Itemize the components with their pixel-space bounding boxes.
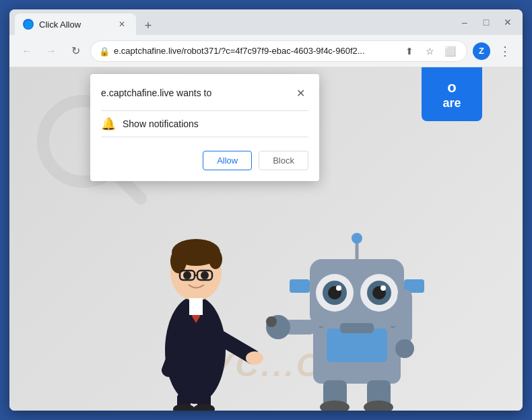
back-button[interactable]: ← <box>18 42 36 61</box>
address-action-icons: ⬆ ☆ ⬜ <box>401 42 459 60</box>
address-input-wrap[interactable]: 🔒 e.captchafine.live/robot371/?c=4f7c97f… <box>90 40 467 62</box>
permission-text: Show notifications <box>123 118 199 129</box>
maximize-button[interactable]: □ <box>477 13 496 32</box>
profile-button[interactable]: Z <box>473 42 490 60</box>
browser-menu-button[interactable]: ⋮ <box>496 42 514 61</box>
popup-close-button[interactable]: ✕ <box>292 85 308 101</box>
tab-close-button[interactable]: ✕ <box>116 18 128 30</box>
popup-header: e.captchafine.live wants to ✕ <box>101 85 308 101</box>
svg-point-21 <box>193 404 215 411</box>
tab-title: Click Allow <box>39 20 110 30</box>
popup-buttons: Allow Block <box>101 151 308 170</box>
tab-strip: 🌐 Click Allow ✕ + <box>15 9 455 35</box>
svg-point-20 <box>173 404 195 411</box>
browser-window: 🌐 Click Allow ✕ + – □ ✕ ← → ↻ 🔒 e.captch… <box>9 9 523 411</box>
page-content: ПУС...О.. <box>9 67 523 411</box>
window-controls: – □ ✕ <box>455 13 517 32</box>
blue-decorative-box: o are <box>422 67 482 121</box>
page-background: ПУС...О.. <box>9 67 523 411</box>
svg-point-4 <box>246 351 263 365</box>
svg-point-42 <box>395 339 414 358</box>
url-text: e.captchafine.live/robot371/?c=4f7c97f9-… <box>114 46 395 56</box>
svg-rect-17 <box>189 298 203 315</box>
scene-illustration <box>91 155 441 411</box>
svg-point-33 <box>336 285 341 291</box>
allow-button[interactable]: Allow <box>203 151 252 170</box>
title-bar: 🌐 Click Allow ✕ + – □ ✕ <box>9 9 523 35</box>
svg-point-15 <box>201 271 209 279</box>
svg-point-10 <box>209 249 222 269</box>
tab-favicon: 🌐 <box>23 19 34 30</box>
refresh-button[interactable]: ↻ <box>66 42 85 61</box>
popup-title: e.captchafine.live wants to <box>101 88 211 98</box>
active-tab[interactable]: 🌐 Click Allow ✕ <box>15 13 136 35</box>
svg-point-40 <box>266 316 277 327</box>
svg-rect-41 <box>397 289 412 343</box>
share-icon[interactable]: ⬆ <box>401 42 418 60</box>
forward-button[interactable]: → <box>42 42 61 61</box>
close-button[interactable]: ✕ <box>498 13 517 32</box>
notification-popup: e.captchafine.live wants to ✕ 🔔 Show not… <box>90 74 319 181</box>
svg-point-48 <box>352 233 362 244</box>
new-tab-button[interactable]: + <box>139 16 158 35</box>
svg-rect-35 <box>290 279 310 293</box>
extensions-icon[interactable]: ⬜ <box>441 42 459 60</box>
svg-rect-37 <box>340 323 374 333</box>
svg-point-9 <box>170 249 187 273</box>
block-button[interactable]: Block <box>259 151 308 170</box>
svg-point-14 <box>183 271 191 279</box>
bookmark-icon[interactable]: ☆ <box>421 42 438 60</box>
bell-icon: 🔔 <box>101 116 116 131</box>
popup-permission-row: 🔔 Show notifications <box>101 110 308 137</box>
address-bar: ← → ↻ 🔒 e.captchafine.live/robot371/?c=4… <box>9 35 523 67</box>
svg-point-34 <box>380 285 386 291</box>
svg-rect-23 <box>327 328 387 362</box>
minimize-button[interactable]: – <box>455 13 474 32</box>
lock-icon: 🔒 <box>99 46 108 56</box>
